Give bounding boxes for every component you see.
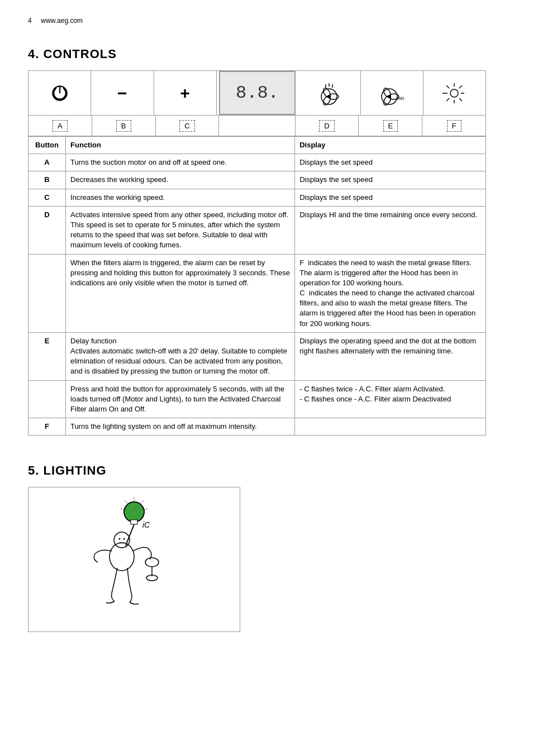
- diagram-labels-row: A B C D E F: [28, 116, 486, 136]
- fan-icon: [317, 81, 341, 106]
- fan-min-icon: min: [377, 81, 406, 106]
- lighting-diagram: iC: [28, 487, 240, 632]
- lighting-illustration: iC: [73, 495, 196, 624]
- row-e-display: Displays the operating speed and the dot…: [295, 332, 486, 380]
- table-row: A Turns the suction motor on and off at …: [28, 154, 486, 171]
- minus-icon: −: [117, 84, 127, 103]
- table-row: C Increases the working speed. Displays …: [28, 189, 486, 206]
- svg-point-6: [327, 95, 331, 98]
- light-icon: [442, 81, 467, 106]
- svg-line-21: [446, 85, 449, 88]
- label-c: C: [156, 116, 220, 136]
- svg-point-35: [119, 538, 121, 540]
- svg-text:min: min: [396, 95, 404, 101]
- th-function: Function: [66, 137, 295, 154]
- row-b-button: B: [28, 171, 66, 189]
- row-filter-function: When the filters alarm is triggered, the…: [66, 254, 295, 332]
- row-f-function: Turns the lighting system on and off at …: [66, 418, 295, 436]
- row-c-function: Increases the working speed.: [66, 189, 295, 206]
- svg-line-38: [141, 500, 144, 503]
- table-row: When the filters alarm is triggered, the…: [28, 254, 486, 332]
- row-d-display: Displays HI and the time remaining once …: [295, 206, 486, 254]
- th-display: Display: [295, 137, 486, 154]
- diagram-cell-b: −: [91, 71, 154, 115]
- row-e-function: Delay functionActivates automatic switch…: [66, 332, 295, 380]
- svg-point-34: [114, 532, 130, 548]
- diagram-cell-c: +: [154, 71, 217, 115]
- diagram-display: 8.8.: [219, 71, 296, 115]
- row-d-button: D: [28, 206, 66, 254]
- table-row: Press and hold the button for approximat…: [28, 380, 486, 418]
- diagram-cell-e: min: [361, 71, 423, 115]
- row-a-button: A: [28, 154, 66, 171]
- svg-point-14: [388, 95, 391, 98]
- th-button: Button: [28, 137, 66, 154]
- label-e: E: [359, 116, 422, 136]
- svg-point-16: [450, 89, 458, 97]
- power-icon: [50, 83, 70, 103]
- row-b-display: Displays the set speed: [295, 171, 486, 189]
- section5-title: 5. LIGHTING: [28, 463, 505, 478]
- svg-rect-28: [131, 520, 137, 524]
- table-row: E Delay functionActivates automatic swit…: [28, 332, 486, 380]
- svg-line-22: [459, 98, 462, 101]
- svg-line-29: [126, 524, 134, 546]
- svg-point-36: [123, 538, 125, 540]
- row-c-button: C: [28, 189, 66, 206]
- svg-line-24: [446, 98, 449, 101]
- label-display-empty: [219, 116, 295, 136]
- svg-line-23: [459, 85, 462, 88]
- svg-text:iC: iC: [142, 520, 150, 529]
- svg-line-41: [120, 509, 124, 510]
- row-charcoal-button: [28, 380, 66, 418]
- table-row: D Activates intensive speed from any oth…: [28, 206, 486, 254]
- label-f: F: [422, 116, 486, 136]
- svg-line-39: [144, 509, 148, 510]
- controls-table: Button Function Display A Turns the suct…: [28, 136, 486, 436]
- row-a-display: Displays the set speed: [295, 154, 486, 171]
- row-filter-display: F indicates the need to wash the metal g…: [295, 254, 486, 332]
- diagram-icons-row: − + 8.8.: [28, 71, 486, 116]
- diagram-cell-a: [28, 71, 91, 115]
- label-b: B: [92, 116, 156, 136]
- table-row: F Turns the lighting system on and off a…: [28, 418, 486, 436]
- row-a-function: Turns the suction motor on and off at sp…: [66, 154, 295, 171]
- row-filter-button: [28, 254, 66, 332]
- plus-icon: +: [180, 84, 190, 103]
- row-charcoal-function: Press and hold the button for approximat…: [66, 380, 295, 418]
- website: www.aeg.com: [41, 17, 83, 25]
- svg-point-30: [110, 543, 134, 571]
- label-d: D: [296, 116, 359, 136]
- svg-point-31: [145, 558, 159, 567]
- diagram-cell-d: [298, 71, 360, 115]
- row-f-button: F: [28, 418, 66, 436]
- row-b-function: Decreases the working speed.: [66, 171, 295, 189]
- row-f-display: [295, 418, 486, 436]
- label-a: A: [28, 116, 92, 136]
- diagram-cell-f: [423, 71, 486, 115]
- page-number: 4: [28, 17, 32, 25]
- controls-diagram: − + 8.8.: [28, 70, 486, 136]
- row-c-display: Displays the set speed: [295, 189, 486, 206]
- row-e-button: E: [28, 332, 66, 380]
- table-row: B Decreases the working speed. Displays …: [28, 171, 486, 189]
- row-d-function: Activates intensive speed from any other…: [66, 206, 295, 254]
- section4-title: 4. CONTROLS: [28, 47, 505, 61]
- svg-line-40: [124, 500, 127, 503]
- row-charcoal-display: - C flashes twice - A.C. Filter alarm Ac…: [295, 380, 486, 418]
- page-header: 4 www.aeg.com: [28, 17, 505, 25]
